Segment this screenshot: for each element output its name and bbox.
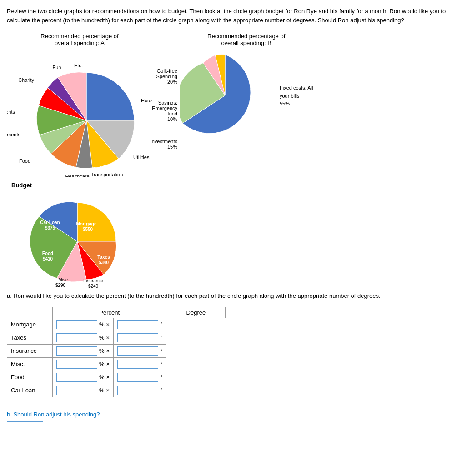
svg-text:Transportation: Transportation	[91, 172, 123, 177]
row-label-misc: Misc.	[7, 357, 53, 371]
chart-b-container: Recommended percentage of overall spendi…	[180, 33, 313, 177]
svg-text:Insurance: Insurance	[83, 278, 103, 283]
degree-input-cell-carloan[interactable]: °	[114, 384, 166, 397]
svg-text:$290: $290	[55, 283, 66, 288]
svg-text:Taxes: Taxes	[97, 255, 110, 260]
percent-symbol-misc: %	[99, 361, 105, 367]
degree-input-insurance[interactable]	[117, 346, 158, 356]
table-row: Car Loan % × °	[7, 384, 226, 397]
degree-symbol-misc: °	[160, 361, 162, 367]
chart-b-legend: Fixed costs: All your bills 55%	[280, 84, 313, 108]
svg-text:$550: $550	[83, 227, 93, 232]
degree-input-carloan[interactable]	[117, 386, 158, 395]
percent-symbol-insurance: %	[99, 347, 105, 354]
col-header-percent: Percent	[53, 307, 166, 318]
table-row: Taxes % × °	[7, 331, 226, 344]
percent-input-cell-mortgage[interactable]: % ×	[53, 318, 114, 331]
degree-symbol-food: °	[160, 374, 162, 381]
chart-b-title: Recommended percentage of overall spendi…	[207, 33, 285, 46]
question-a: a. Ron would like you to calculate the p…	[7, 291, 460, 301]
percent-symbol-carloan: %	[99, 387, 105, 394]
chart-b-label-guiltfree: Guilt-freeSpending20%	[125, 68, 177, 85]
svg-text:Food: Food	[19, 158, 30, 164]
svg-text:Etc.: Etc.	[74, 63, 83, 68]
degree-symbol-insurance: °	[160, 347, 162, 354]
svg-text:Food: Food	[42, 251, 53, 256]
col-header-label	[7, 307, 53, 318]
chart-a-title: Recommended percentage of overall spendi…	[40, 33, 118, 46]
svg-text:Charity: Charity	[18, 77, 34, 83]
degree-input-cell-food[interactable]: °	[114, 371, 166, 384]
svg-text:$375: $375	[45, 225, 55, 230]
times-symbol-food: ×	[106, 374, 110, 381]
data-table: Percent Degree Mortgage % × °	[7, 307, 226, 397]
percent-input-misc[interactable]	[56, 360, 97, 369]
row-label-mortgage: Mortgage	[7, 318, 53, 331]
svg-text:$240: $240	[88, 284, 99, 289]
degree-input-misc[interactable]	[117, 360, 158, 369]
chart-b-label-savings: Savings:Emergencyfund10%	[125, 100, 177, 122]
chart-b-svg	[180, 50, 271, 141]
intro-text: Review the two circle graphs for recomme…	[7, 7, 460, 25]
row-label-taxes: Taxes	[7, 331, 53, 344]
degree-symbol-carloan: °	[160, 387, 162, 394]
degree-input-food[interactable]	[117, 373, 158, 382]
percent-input-cell-insurance[interactable]: % ×	[53, 344, 114, 357]
row-label-food: Food	[7, 371, 53, 384]
svg-text:Utilities: Utilities	[133, 155, 150, 160]
row-label-insurance: Insurance	[7, 344, 53, 357]
percent-input-mortgage[interactable]	[56, 320, 97, 329]
table-row: Mortgage % × °	[7, 318, 226, 331]
percent-input-food[interactable]	[56, 373, 97, 382]
percent-input-cell-carloan[interactable]: % ×	[53, 384, 114, 397]
charts-row: Recommended percentage of overall spendi…	[7, 33, 460, 177]
question-b-text: b. Should Ron adjust his spending?	[7, 411, 460, 418]
times-symbol-mortgage: ×	[106, 321, 110, 328]
svg-text:Investments: Investments	[7, 132, 20, 137]
table-row: Misc. % × °	[7, 357, 226, 371]
degree-input-cell-misc[interactable]: °	[114, 357, 166, 371]
degree-input-cell-insurance[interactable]: °	[114, 344, 166, 357]
degree-input-cell-taxes[interactable]: °	[114, 331, 166, 344]
percent-input-insurance[interactable]	[56, 346, 97, 356]
svg-text:Fun: Fun	[53, 65, 61, 70]
degree-input-mortgage[interactable]	[117, 320, 158, 329]
table-row: Insurance % × °	[7, 344, 226, 357]
row-label-carloan: Car Loan	[7, 384, 53, 397]
percent-input-cell-food[interactable]: % ×	[53, 371, 114, 384]
budget-section: Budget Mortgage $550	[7, 182, 460, 291]
percent-input-cell-taxes[interactable]: % ×	[53, 331, 114, 344]
degree-symbol-mortgage: °	[160, 321, 162, 328]
percent-symbol-taxes: %	[99, 334, 105, 341]
degree-input-taxes[interactable]	[117, 333, 158, 342]
degree-symbol-taxes: °	[160, 334, 162, 341]
col-header-degree: Degree	[166, 307, 226, 318]
budget-title: Budget	[11, 182, 460, 189]
answer-b-input[interactable]	[7, 421, 43, 434]
answer-b-container	[7, 421, 460, 434]
svg-text:Healthcare: Healthcare	[65, 174, 89, 177]
percent-symbol-mortgage: %	[99, 321, 105, 328]
svg-text:Misc.: Misc.	[58, 277, 69, 282]
table-section: Percent Degree Mortgage % × °	[7, 307, 460, 397]
svg-text:$410: $410	[43, 256, 53, 261]
degree-input-cell-mortgage[interactable]: °	[114, 318, 166, 331]
percent-input-cell-misc[interactable]: % ×	[53, 357, 114, 371]
percent-input-taxes[interactable]	[56, 333, 97, 342]
times-symbol-carloan: ×	[106, 387, 110, 394]
chart-b-label-investments: Investments15%	[125, 139, 177, 150]
times-symbol-insurance: ×	[106, 347, 110, 354]
budget-svg: Mortgage $550 Taxes $340 Insurance $240 …	[7, 191, 152, 291]
svg-text:Car Loan: Car Loan	[40, 220, 60, 225]
percent-symbol-food: %	[99, 374, 105, 381]
svg-text:Debt Payments: Debt Payments	[7, 109, 15, 115]
table-row: Food % × °	[7, 371, 226, 384]
svg-text:Mortgage: Mortgage	[76, 221, 97, 226]
percent-input-carloan[interactable]	[56, 386, 97, 395]
times-symbol-misc: ×	[106, 361, 110, 367]
times-symbol-taxes: ×	[106, 334, 110, 341]
svg-text:$340: $340	[99, 260, 109, 265]
